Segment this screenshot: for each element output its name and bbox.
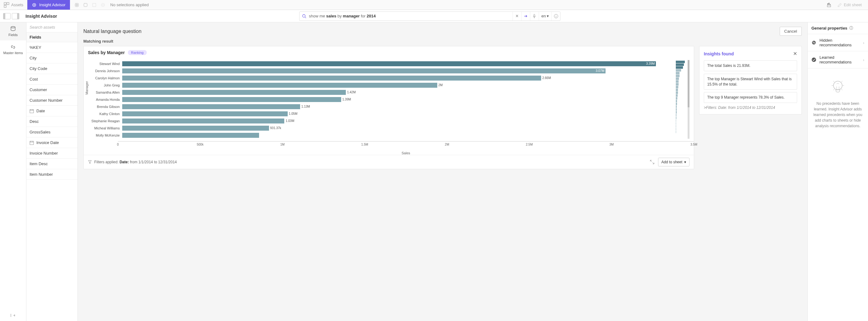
field-item[interactable]: GrossSales [26,127,78,137]
help-icon[interactable]: i [551,12,560,21]
insight-item: The total Sales is 21.93M. [704,60,797,71]
x-tick: 1M [280,143,285,146]
chart-title: Sales by Manager [88,50,125,55]
cancel-button[interactable]: Cancel [780,27,802,36]
search-bar[interactable]: show me sales by manager for 2014 ✕ ➔ en… [299,11,560,21]
field-item[interactable]: Date [26,106,78,116]
field-item[interactable]: Desc [26,116,78,127]
field-item[interactable]: City Code [26,63,78,74]
clear-selections-icon[interactable] [99,1,107,9]
mini-bar [676,114,676,116]
step-back-icon[interactable] [91,1,98,9]
bar-value-label: 1.05M [289,112,298,116]
y-axis-label: Manager [85,81,89,94]
right-panel: General properties ⓘ Hidden recommendati… [807,22,868,321]
top-toolbar: Assets Insight Advisor No selections app… [0,0,868,10]
field-item[interactable]: Customer [26,85,78,95]
bar-row[interactable]: Micheal Williams931.37k [88,124,673,132]
bar-track: 2.66M [122,75,673,81]
insights-header: Insights found ✕ [704,51,797,57]
mini-scrollbar[interactable] [688,60,689,139]
mini-bar [676,86,678,88]
mini-bar [676,108,677,111]
bar-track: 2M [122,83,673,88]
bar-row[interactable]: Stewart Wind3.39M [88,60,673,67]
svg-rect-13 [827,5,831,7]
voice-icon[interactable] [530,12,539,21]
grid-icon[interactable] [827,2,832,7]
mini-scroll-thumb[interactable] [688,60,689,107]
field-item[interactable]: Cost [26,74,78,85]
mini-map[interactable] [676,60,685,139]
bar-row[interactable]: Brenda Gibson1.13M [88,103,673,110]
x-axis: 0500k1M1.5M2M2.5M3M3.5M [118,141,694,151]
fields-header: Fields [26,32,78,42]
search-assets-input[interactable]: Search assets [26,22,78,32]
bar-value-label: 2.66M [542,76,551,79]
matching-result-label: Matching result [78,39,807,46]
close-insights-icon[interactable]: ✕ [793,51,797,57]
field-item[interactable]: Item Number [26,169,78,180]
selections-tool-icon[interactable] [82,1,89,9]
bar-row[interactable]: Molly McKenzie [88,132,673,139]
language-selector[interactable]: en▾ [539,12,551,21]
learned-recommendations-item[interactable]: Learned recommendations › [808,51,868,68]
toggle-right-panel[interactable] [12,13,19,19]
field-item[interactable]: Item Desc [26,159,78,169]
bar-row[interactable]: Stephanie Reagan1.03M [88,117,673,124]
panel-toggles [3,13,19,19]
field-item[interactable]: %KEY [26,42,78,53]
search-input[interactable]: show me sales by manager for 2014 [309,14,513,18]
no-selections-text: No selections applied [111,2,149,7]
svg-rect-5 [75,3,79,6]
add-to-sheet-button[interactable]: Add to sheet ▾ [658,158,689,166]
bar-fill: 1.05M [122,111,288,116]
insights-list: The total Sales is 21.93M.The top Manage… [704,60,797,103]
svg-point-23 [834,81,842,90]
bar-row[interactable]: Dennis Johnson3.07M [88,67,673,74]
bar-category-label: Brenda Gibson [88,105,122,108]
submit-search-icon[interactable]: ➔ [521,12,530,21]
field-item[interactable]: City [26,53,78,63]
bar-chart[interactable]: Manager Stewart Wind3.39MDennis Johnson3… [88,60,673,139]
assets-label: Assets [11,2,23,7]
expand-chart-icon[interactable] [649,159,656,165]
cards-row: Sales by Manager Ranking Manager Stewart… [78,46,807,175]
bar-row[interactable]: Carolyn Halmon2.66M [88,74,673,82]
bar-value-label: 1.42M [347,91,356,94]
bar-category-label: Dennis Johnson [88,69,122,73]
chart-body: Manager Stewart Wind3.39MDennis Johnson3… [84,59,694,141]
bar-fill: 2M [122,83,437,88]
filters-applied-text: Filters applied: Date: from 1/1/2014 to … [94,160,177,164]
field-item[interactable]: Invoice Number [26,148,78,159]
bar-fill: 1.13M [122,104,300,109]
field-item[interactable]: Customer Number [26,95,78,106]
eye-off-icon [811,40,816,45]
main-layout: Fields Master items Search assets Fields… [0,22,868,321]
help-icon[interactable]: ⓘ [849,26,853,31]
nlq-title: Natural language question [83,29,142,34]
x-tick: 3M [609,143,614,146]
insight-tab-label: Insight Advisor [39,2,66,7]
rail-fields[interactable]: Fields [0,22,26,40]
bar-fill: 1.42M [122,90,346,95]
bar-row[interactable]: John Greg2M [88,82,673,89]
bar-row[interactable]: Kathy Clinton1.05M [88,110,673,117]
mini-bar [676,100,677,102]
smart-search-icon[interactable] [73,1,81,9]
toggle-left-panel[interactable] [3,13,10,19]
hidden-recommendations-item[interactable]: Hidden recommendations › [808,34,868,51]
bar-category-label: Stewart Wind [88,62,122,66]
bar-row[interactable]: Amanda Honda1.39M [88,96,673,103]
insight-advisor-tab[interactable]: Insight Advisor [27,0,70,10]
collapse-rail-icon[interactable] [0,310,26,321]
svg-rect-12 [830,4,831,5]
assets-button[interactable]: Assets [0,0,27,10]
bar-row[interactable]: Samantha Allen1.42M [88,89,673,96]
svg-rect-20 [30,141,34,145]
field-item[interactable]: Invoice Date [26,137,78,148]
clear-search-icon[interactable]: ✕ [513,12,521,21]
rail-master-items[interactable]: Master items [0,40,26,59]
check-circle-icon [811,57,816,63]
x-tick: 2M [445,143,449,146]
